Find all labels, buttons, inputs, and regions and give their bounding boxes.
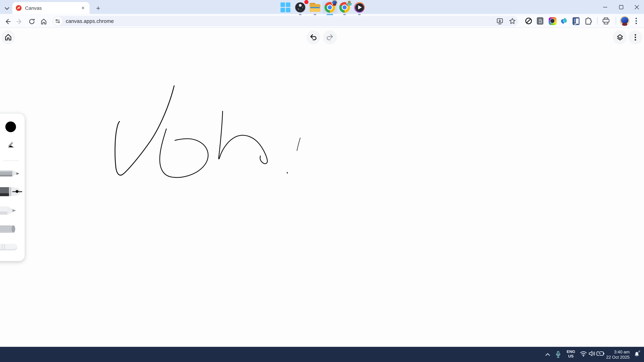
marker-tool-button[interactable] <box>0 207 25 215</box>
obs-icon <box>295 2 306 13</box>
tray-clock[interactable]: 3:40 am 22 Oct 2025 <box>598 349 630 360</box>
media-player-icon <box>354 2 365 13</box>
pencil-icon <box>0 170 12 176</box>
profile-badge-1 <box>332 0 338 6</box>
bell-sleep-icon: z z <box>633 350 641 358</box>
taskbar-obs[interactable] <box>293 1 308 13</box>
eraser-texture <box>0 244 5 250</box>
stroke-width-handle[interactable] <box>16 190 18 193</box>
profile-badge-2 <box>346 0 352 6</box>
drawing-canvas[interactable] <box>0 0 644 362</box>
palette-divider <box>3 161 19 161</box>
wifi-icon <box>580 351 587 357</box>
desktop-screen: Canvas × + canvas.apps.chrome <box>0 0 644 362</box>
language-indicator[interactable]: ENG US <box>565 350 576 358</box>
tray-overflow-button[interactable] <box>544 351 551 358</box>
chevron-up-icon <box>545 353 550 356</box>
ink-stroke <box>218 111 267 164</box>
taskbar-chrome-secondary[interactable] <box>337 1 352 13</box>
pencil-tool-button[interactable] <box>0 170 25 176</box>
tool-palette <box>0 114 25 261</box>
marker-icon <box>0 207 7 215</box>
stylus-tool-button[interactable] <box>0 140 25 149</box>
ink-stroke <box>160 129 208 177</box>
selected-color-swatch <box>6 121 16 132</box>
taskbar-media-player[interactable] <box>352 1 366 13</box>
language-line1: ENG <box>565 350 576 354</box>
color-swatch-black[interactable] <box>0 121 25 132</box>
active-indicator <box>326 14 333 15</box>
speaker-icon <box>588 351 596 357</box>
running-indicator <box>358 14 361 15</box>
ink-stroke <box>115 86 174 175</box>
tray-wifi[interactable] <box>580 351 587 357</box>
tray-notifications[interactable]: z z <box>633 350 641 358</box>
ink-stroke <box>287 172 288 173</box>
chalk-tool-button[interactable] <box>0 225 25 233</box>
language-line2: US <box>565 354 576 358</box>
start-button[interactable] <box>278 1 293 13</box>
running-indicator <box>314 14 316 15</box>
ink-stroke <box>297 138 300 151</box>
windows-start-icon <box>280 2 290 12</box>
pen-band <box>10 187 12 196</box>
stylus-edit-icon <box>6 140 16 149</box>
tray-microphone[interactable] <box>555 350 562 358</box>
taskbar-chrome-active[interactable] <box>322 1 337 13</box>
running-indicator <box>343 14 346 15</box>
pencil-point <box>16 172 19 175</box>
pen-tool-button-selected[interactable] <box>0 187 25 196</box>
pen-icon <box>0 187 9 196</box>
tray-volume[interactable] <box>588 351 596 357</box>
marker-shoulder <box>7 207 12 215</box>
marker-tip <box>12 209 16 212</box>
file-explorer-icon <box>310 3 320 12</box>
microphone-icon <box>556 351 560 358</box>
eraser-tool-button[interactable] <box>0 244 25 250</box>
running-indicator <box>299 14 302 15</box>
svg-text:z: z <box>639 350 640 352</box>
clock-date: 22 Oct 2025 <box>598 355 630 360</box>
chalk-end <box>12 225 15 233</box>
taskbar-file-explorer[interactable] <box>308 1 322 13</box>
clock-time: 3:40 am <box>598 349 630 354</box>
